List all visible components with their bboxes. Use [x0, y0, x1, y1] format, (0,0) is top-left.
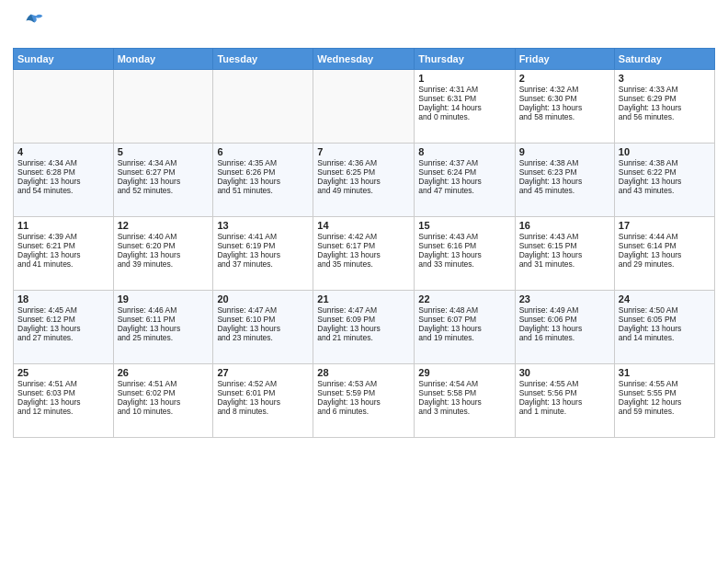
- day-info: and 47 minutes.: [418, 186, 510, 195]
- weekday-header-tuesday: Tuesday: [213, 49, 313, 70]
- calendar-cell: 8Sunrise: 4:37 AMSunset: 6:24 PMDaylight…: [415, 144, 515, 217]
- calendar-cell: 13Sunrise: 4:41 AMSunset: 6:19 PMDayligh…: [213, 217, 313, 291]
- day-number: 23: [519, 293, 610, 304]
- calendar: SundayMondayTuesdayWednesdayThursdayFrid…: [13, 48, 715, 438]
- calendar-cell: 4Sunrise: 4:34 AMSunset: 6:28 PMDaylight…: [14, 144, 114, 217]
- day-info: Daylight: 13 hours: [17, 177, 109, 186]
- calendar-cell: 10Sunrise: 4:38 AMSunset: 6:22 PMDayligh…: [614, 144, 714, 217]
- day-info: Sunrise: 4:34 AM: [118, 158, 210, 167]
- day-info: and 37 minutes.: [217, 259, 309, 269]
- day-number: 21: [317, 293, 410, 304]
- calendar-header: SundayMondayTuesdayWednesdayThursdayFrid…: [14, 49, 715, 70]
- calendar-cell: 21Sunrise: 4:47 AMSunset: 6:09 PMDayligh…: [313, 291, 415, 364]
- day-info: Daylight: 13 hours: [619, 103, 711, 112]
- day-info: Sunset: 5:58 PM: [418, 388, 510, 397]
- day-info: Sunrise: 4:53 AM: [317, 379, 410, 388]
- day-info: and 3 minutes.: [418, 407, 510, 416]
- calendar-cell: 2Sunrise: 4:32 AMSunset: 6:30 PMDaylight…: [515, 70, 614, 144]
- day-info: Daylight: 13 hours: [317, 177, 410, 186]
- day-info: Sunset: 6:30 PM: [519, 94, 610, 103]
- day-info: Daylight: 13 hours: [418, 397, 510, 407]
- calendar-cell: 15Sunrise: 4:43 AMSunset: 6:16 PMDayligh…: [415, 217, 515, 291]
- day-info: Sunrise: 4:31 AM: [418, 85, 510, 94]
- calendar-cell: 18Sunrise: 4:45 AMSunset: 6:12 PMDayligh…: [14, 291, 114, 364]
- day-info: Sunrise: 4:38 AM: [619, 158, 711, 167]
- calendar-cell: 28Sunrise: 4:53 AMSunset: 5:59 PMDayligh…: [313, 364, 415, 438]
- calendar-cell: 6Sunrise: 4:35 AMSunset: 6:26 PMDaylight…: [213, 144, 313, 217]
- day-info: Sunset: 6:05 PM: [619, 315, 711, 324]
- day-info: and 19 minutes.: [418, 333, 510, 342]
- day-info: Sunset: 6:03 PM: [17, 388, 109, 397]
- day-info: Sunset: 6:26 PM: [217, 167, 309, 177]
- day-info: Daylight: 13 hours: [217, 177, 309, 186]
- day-info: Daylight: 13 hours: [317, 324, 410, 333]
- day-info: Sunrise: 4:55 AM: [619, 379, 711, 388]
- calendar-cell: 26Sunrise: 4:51 AMSunset: 6:02 PMDayligh…: [113, 364, 213, 438]
- day-info: and 58 minutes.: [519, 112, 610, 121]
- calendar-cell: [113, 70, 213, 144]
- calendar-cell: [213, 70, 313, 144]
- weekday-header-saturday: Saturday: [614, 49, 714, 70]
- logo: [13, 9, 50, 42]
- day-info: and 21 minutes.: [317, 333, 410, 342]
- week-row-3: 18Sunrise: 4:45 AMSunset: 6:12 PMDayligh…: [14, 291, 715, 364]
- day-info: Sunset: 6:29 PM: [619, 94, 711, 103]
- day-info: Sunset: 6:01 PM: [217, 388, 309, 397]
- day-info: and 56 minutes.: [619, 112, 711, 121]
- calendar-cell: 22Sunrise: 4:48 AMSunset: 6:07 PMDayligh…: [415, 291, 515, 364]
- day-info: Sunrise: 4:50 AM: [619, 305, 711, 315]
- day-info: and 33 minutes.: [418, 259, 510, 269]
- day-info: Sunset: 6:27 PM: [118, 167, 210, 177]
- day-number: 1: [418, 73, 510, 84]
- day-info: Sunset: 6:19 PM: [217, 241, 309, 250]
- day-info: Sunset: 6:15 PM: [519, 241, 610, 250]
- day-info: Daylight: 13 hours: [619, 177, 711, 186]
- day-info: Sunset: 6:20 PM: [118, 241, 210, 250]
- day-info: Sunset: 6:16 PM: [418, 241, 510, 250]
- day-info: and 52 minutes.: [118, 186, 210, 195]
- day-number: 26: [118, 367, 210, 378]
- calendar-cell: 1Sunrise: 4:31 AMSunset: 6:31 PMDaylight…: [415, 70, 515, 144]
- day-number: 22: [418, 293, 510, 304]
- calendar-cell: 11Sunrise: 4:39 AMSunset: 6:21 PMDayligh…: [14, 217, 114, 291]
- day-info: and 23 minutes.: [217, 333, 309, 342]
- day-info: Sunrise: 4:44 AM: [619, 232, 711, 241]
- weekday-row: SundayMondayTuesdayWednesdayThursdayFrid…: [14, 49, 715, 70]
- calendar-cell: [14, 70, 114, 144]
- day-number: 9: [519, 146, 610, 157]
- day-info: Sunrise: 4:54 AM: [418, 379, 510, 388]
- calendar-cell: 23Sunrise: 4:49 AMSunset: 6:06 PMDayligh…: [515, 291, 614, 364]
- day-info: and 25 minutes.: [118, 333, 210, 342]
- page: SundayMondayTuesdayWednesdayThursdayFrid…: [0, 0, 728, 563]
- weekday-header-sunday: Sunday: [14, 49, 114, 70]
- day-info: Daylight: 13 hours: [217, 324, 309, 333]
- day-info: Daylight: 13 hours: [519, 250, 610, 259]
- calendar-cell: 19Sunrise: 4:46 AMSunset: 6:11 PMDayligh…: [113, 291, 213, 364]
- weekday-header-monday: Monday: [113, 49, 213, 70]
- day-info: and 14 minutes.: [619, 333, 711, 342]
- day-info: Daylight: 13 hours: [317, 397, 410, 407]
- day-number: 19: [118, 293, 210, 304]
- calendar-cell: 30Sunrise: 4:55 AMSunset: 5:56 PMDayligh…: [515, 364, 614, 438]
- day-info: Sunrise: 4:41 AM: [217, 232, 309, 241]
- day-number: 30: [519, 367, 610, 378]
- day-info: Daylight: 13 hours: [118, 397, 210, 407]
- day-info: and 27 minutes.: [17, 333, 109, 342]
- day-info: Daylight: 13 hours: [418, 177, 510, 186]
- calendar-cell: 31Sunrise: 4:55 AMSunset: 5:55 PMDayligh…: [614, 364, 714, 438]
- day-number: 24: [619, 293, 711, 304]
- day-info: Sunrise: 4:49 AM: [519, 305, 610, 315]
- day-info: and 8 minutes.: [217, 407, 309, 416]
- day-info: Sunrise: 4:42 AM: [317, 232, 410, 241]
- day-info: Sunrise: 4:52 AM: [217, 379, 309, 388]
- day-info: Sunrise: 4:39 AM: [17, 232, 109, 241]
- day-info: and 54 minutes.: [17, 186, 109, 195]
- day-info: Sunset: 6:24 PM: [418, 167, 510, 177]
- day-info: and 45 minutes.: [519, 186, 610, 195]
- day-info: and 16 minutes.: [519, 333, 610, 342]
- day-info: Daylight: 14 hours: [418, 103, 510, 112]
- day-info: Sunset: 6:12 PM: [17, 315, 109, 324]
- day-info: Sunrise: 4:34 AM: [17, 158, 109, 167]
- week-row-0: 1Sunrise: 4:31 AMSunset: 6:31 PMDaylight…: [14, 70, 715, 144]
- calendar-cell: 29Sunrise: 4:54 AMSunset: 5:58 PMDayligh…: [415, 364, 515, 438]
